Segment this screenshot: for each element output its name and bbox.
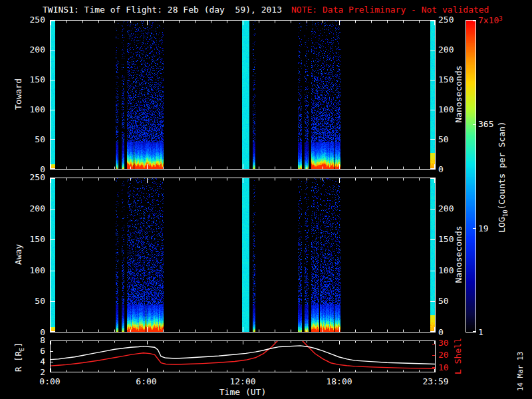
colorbar-title: LOG10(Counts per Scan) <box>497 24 509 330</box>
y-tick-label: 50 <box>438 134 464 144</box>
plot-title: TWINS1: Time of Flight: 28 Feb (day 59),… <box>43 5 282 15</box>
y-tick-label: 150 <box>17 234 45 244</box>
panel-toward <box>50 20 436 170</box>
y-tick-label: 250 <box>17 15 45 25</box>
y-tick-label: 20 <box>438 350 464 360</box>
title-row: TWINS1: Time of Flight: 28 Feb (day 59),… <box>43 5 489 15</box>
away-spectrogram-canvas <box>51 178 435 332</box>
y-tick-label: 8 <box>17 335 45 345</box>
y-tick-label: 6 <box>17 346 45 356</box>
y-tick-label: 150 <box>17 74 45 84</box>
x-tick-label: 6:00 <box>126 376 166 386</box>
y-tick-label: 150 <box>438 74 464 84</box>
date-stamp: 14 Mar 13 <box>516 335 525 399</box>
x-tick-label: 18:00 <box>319 376 359 386</box>
y-tick-label: 100 <box>438 104 464 114</box>
colorbar-mid2-label: 19 <box>478 223 489 233</box>
x-tick-label: 23:59 <box>416 376 456 386</box>
colorbar-bottom-label: 1 <box>478 327 483 337</box>
y-tick-label: 200 <box>17 203 45 213</box>
y-tick-label: 200 <box>438 203 464 213</box>
y-tick-label: 100 <box>438 265 464 275</box>
x-tick-label: 0:00 <box>30 376 70 386</box>
y-tick-label: 100 <box>17 265 45 275</box>
x-tick-label: 12:00 <box>223 376 263 386</box>
y-tick-label: 10 <box>438 362 464 372</box>
orbit-lines-canvas <box>51 341 435 372</box>
toward-spectrogram-canvas <box>51 21 435 169</box>
y-tick-label: 50 <box>17 296 45 306</box>
panel-away <box>50 178 436 332</box>
colorbar-mid1-label: 365 <box>478 119 493 129</box>
y-tick-label: 0 <box>438 327 464 337</box>
y-tick-label: 100 <box>17 104 45 114</box>
y-tick-label: 30 <box>438 338 464 348</box>
colorbar-top-label: 7x103 <box>478 15 503 25</box>
y-tick-label: 50 <box>17 134 45 144</box>
y-tick-label: 0 <box>438 164 464 174</box>
twins1-tof-plot: TWINS1: Time of Flight: 28 Feb (day 59),… <box>0 0 532 399</box>
panel-orbit <box>50 340 436 372</box>
x-axis-title: Time (UT) <box>209 387 276 397</box>
colorbar-canvas <box>466 21 475 332</box>
y-tick-label: 250 <box>438 15 464 25</box>
y-tick-label: 4 <box>17 356 45 366</box>
y-tick-label: 150 <box>438 234 464 244</box>
y-tick-label: 200 <box>438 45 464 55</box>
y-tick-label: 250 <box>17 172 45 182</box>
colorbar <box>466 20 476 332</box>
y-tick-label: 200 <box>17 45 45 55</box>
y-tick-label: 50 <box>438 296 464 306</box>
y-tick-label: 2 <box>17 367 45 377</box>
